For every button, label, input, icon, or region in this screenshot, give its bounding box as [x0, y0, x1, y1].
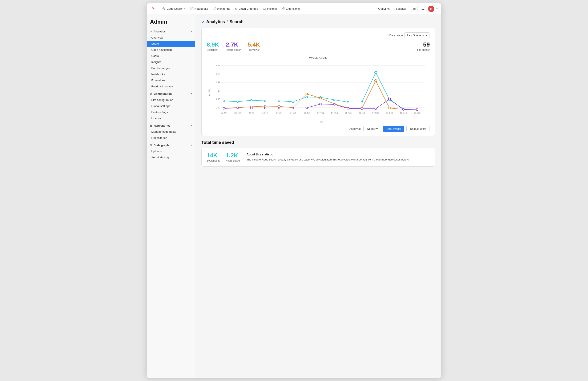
- about-statistic-text: The value of code search greatly varies …: [246, 158, 409, 161]
- sidebar-item-license[interactable]: License: [147, 115, 195, 121]
- configuration-collapse-icon: ▾: [191, 92, 192, 95]
- date-range-label: Date range: [389, 34, 403, 37]
- page-content: ↗ Analytics / Search Date range Last 3 m…: [195, 14, 441, 378]
- stat-file-views-label: File views*: [248, 48, 260, 51]
- sidebar-item-global-settings[interactable]: Global settings: [147, 103, 195, 109]
- search-icon: 🔍: [162, 7, 166, 10]
- svg-point-34: [292, 101, 294, 103]
- code-graph-section-icon: ⊡: [150, 144, 152, 147]
- user-avatar[interactable]: R: [428, 6, 434, 12]
- layout-icon-button[interactable]: ⊞: [411, 6, 418, 12]
- sidebar-item-insights[interactable]: Insights: [147, 59, 195, 65]
- stat-file-opens-value: 59: [417, 42, 430, 48]
- sidebar-section-code-graph[interactable]: ⊡ Code graph ▾: [147, 142, 195, 148]
- logo[interactable]: ✳: [150, 5, 157, 13]
- chart-svg: 2.2k 1.8k 1.4k 1k 600 200 19 Jun 26 Jun …: [212, 61, 430, 120]
- sidebar-item-auto-indexing[interactable]: Auto-indexing: [147, 154, 195, 160]
- svg-point-67: [333, 104, 335, 105]
- svg-point-48: [278, 106, 280, 107]
- sidebar-item-feedback-survey[interactable]: Feedback survey: [147, 83, 195, 90]
- stat-result-clicks-value: 2.7K: [226, 42, 241, 48]
- breadcrumb-separator: /: [227, 19, 228, 24]
- sidebar-item-feature-flags[interactable]: Feature flags: [147, 109, 195, 115]
- svg-text:25 Sep: 25 Sep: [414, 112, 421, 114]
- feedback-button[interactable]: Feedback: [392, 6, 409, 11]
- svg-text:17 Jul: 17 Jul: [276, 112, 282, 114]
- svg-text:07 Aug: 07 Aug: [317, 112, 324, 114]
- svg-text:18 Sep: 18 Sep: [400, 112, 407, 114]
- svg-point-71: [388, 98, 391, 100]
- sidebar-item-site-configuration[interactable]: Site configuration: [147, 97, 195, 103]
- stat-file-opens: 59 File opens*: [417, 42, 430, 51]
- svg-text:1.8k: 1.8k: [216, 73, 220, 75]
- sidebar-section-analytics[interactable]: ↗ Analytics ▾: [147, 28, 195, 35]
- sidebar-item-notebooks[interactable]: Notebooks: [147, 71, 195, 77]
- svg-point-47: [264, 105, 266, 107]
- stat-time-searches-value: 14K: [207, 152, 220, 159]
- about-statistic-title: About this statistic: [246, 152, 430, 157]
- code-graph-collapse-icon: ▾: [191, 144, 192, 147]
- svg-text:600: 600: [216, 98, 220, 100]
- dropdown-icon: ▾: [184, 8, 185, 10]
- nav-batch-changes[interactable]: ⚙ Batch Changes: [233, 6, 260, 12]
- time-saved-title: Total time saved: [201, 140, 435, 145]
- breadcrumb-search: Search: [230, 19, 244, 24]
- extensions-icon: 🔗: [281, 7, 285, 10]
- sidebar-item-code-navigation[interactable]: Code navigation: [147, 47, 195, 53]
- topnav-right: Analytics Feedback ⊞ ☁ R ▾: [378, 6, 438, 12]
- insights-icon: 📊: [263, 7, 266, 10]
- svg-point-37: [333, 99, 335, 101]
- nav-monitoring[interactable]: 📈 Monitoring: [210, 6, 232, 12]
- stat-file-opens-label: File opens*: [417, 48, 430, 51]
- svg-text:1.4k: 1.4k: [216, 81, 220, 84]
- sidebar-item-extensions[interactable]: Extensions: [147, 77, 195, 83]
- chart-controls: Display as Weekly ▾ Total events Unique …: [207, 126, 430, 132]
- svg-point-56: [388, 107, 390, 109]
- svg-text:19 Jun: 19 Jun: [221, 112, 227, 114]
- svg-text:21 Aug: 21 Aug: [345, 112, 352, 114]
- topnav-analytics-label: Analytics: [378, 7, 390, 11]
- sidebar-item-users[interactable]: Users: [147, 53, 195, 59]
- svg-point-70: [375, 108, 377, 110]
- notifications-icon-button[interactable]: ☁: [420, 6, 426, 12]
- weekly-dropdown-icon: ▾: [376, 127, 378, 130]
- topnav-links: 🔍 Code Search ▾ 📄 Notebooks 📈 Monitoring…: [160, 6, 378, 12]
- svg-point-50: [306, 93, 308, 95]
- svg-point-35: [306, 96, 308, 98]
- svg-text:1k: 1k: [218, 90, 220, 92]
- batch-changes-icon: ⚙: [235, 7, 237, 10]
- date-range-button[interactable]: Last 3 months ▾: [404, 32, 430, 38]
- svg-point-61: [251, 107, 252, 109]
- svg-text:✳: ✳: [152, 6, 155, 11]
- stat-hours-saved: 1.2K Hours saved: [226, 152, 240, 162]
- sidebar-section-configuration[interactable]: ⚙ Configuration ▾: [147, 91, 195, 97]
- breadcrumb: ↗ Analytics / Search: [201, 19, 435, 24]
- svg-text:26 Jun: 26 Jun: [234, 112, 241, 114]
- svg-point-39: [361, 101, 363, 103]
- sidebar-section-repositories[interactable]: ▦ Repositories ▾: [147, 123, 195, 129]
- user-dropdown-icon[interactable]: ▾: [437, 8, 438, 10]
- svg-text:2.2k: 2.2k: [216, 65, 220, 67]
- svg-text:200: 200: [216, 107, 220, 109]
- svg-text:11 Sep: 11 Sep: [386, 112, 393, 114]
- stats-row: 8.9K Searches* 2.7K Result clicks* 5.4K …: [207, 42, 430, 51]
- sidebar-item-uploads[interactable]: Uploads: [147, 148, 195, 154]
- nav-insights[interactable]: 📊 Insights: [261, 6, 279, 12]
- total-events-button[interactable]: Total events: [383, 126, 404, 132]
- sidebar-item-manage-code-hosts[interactable]: Manage code hosts: [147, 129, 195, 135]
- sidebar-item-repositories[interactable]: Repositories: [147, 135, 195, 141]
- nav-extensions[interactable]: 🔗 Extensions: [279, 6, 302, 12]
- svg-point-51: [319, 97, 321, 99]
- stat-time-searches: 14K Searches &: [207, 152, 220, 162]
- nav-code-search[interactable]: 🔍 Code Search ▾: [160, 6, 188, 12]
- svg-text:31 Jul: 31 Jul: [304, 112, 310, 114]
- nav-notebooks[interactable]: 📄 Notebooks: [188, 6, 210, 12]
- svg-text:28 Aug: 28 Aug: [359, 112, 365, 114]
- sidebar-item-search[interactable]: Search: [147, 41, 195, 47]
- unique-users-button[interactable]: Unique users: [406, 126, 430, 132]
- weekly-button[interactable]: Weekly ▾: [363, 126, 381, 132]
- analytics-collapse-icon: ▾: [191, 30, 192, 33]
- stat-searches: 8.9K Searches*: [207, 42, 219, 51]
- sidebar-item-batch-changes[interactable]: Batch changes: [147, 65, 195, 71]
- sidebar-item-overview[interactable]: Overview: [147, 35, 195, 41]
